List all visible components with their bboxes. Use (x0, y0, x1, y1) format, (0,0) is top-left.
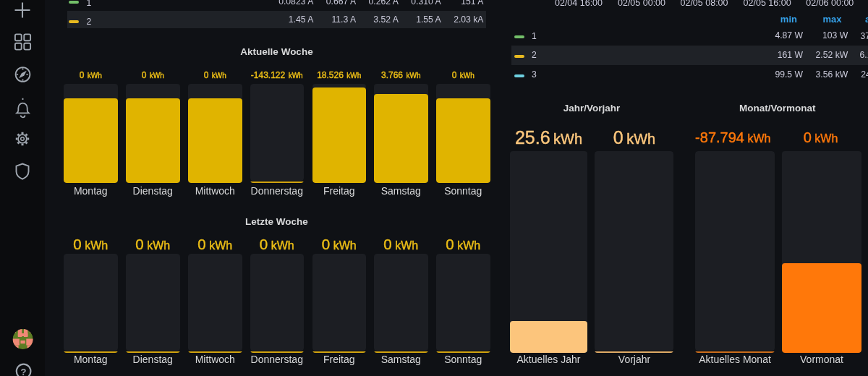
svg-text:?: ? (21, 367, 27, 376)
